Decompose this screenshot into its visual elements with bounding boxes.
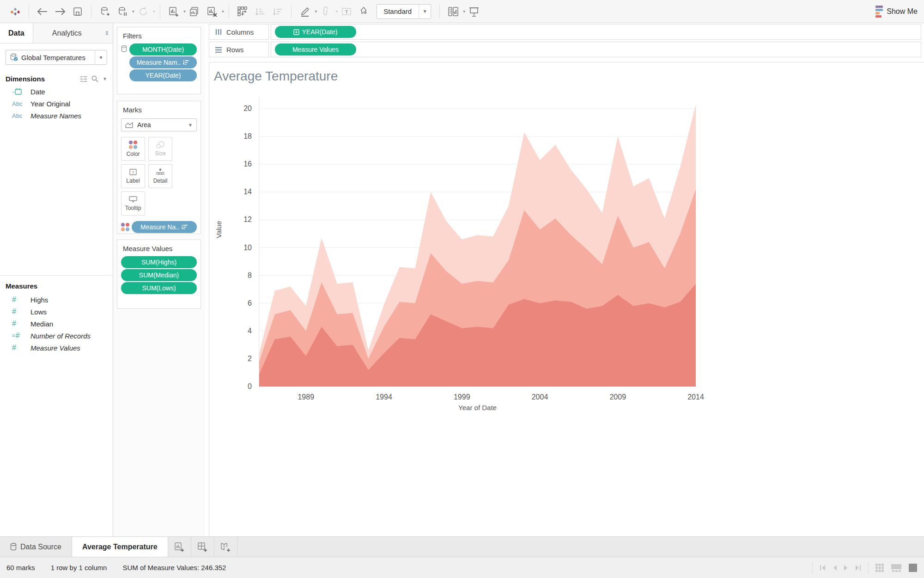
- dimensions-title: Dimensions: [6, 75, 45, 83]
- area-mark-icon: [125, 122, 134, 128]
- new-worksheet-icon[interactable]: [166, 3, 182, 20]
- detail-button[interactable]: Detail: [148, 164, 172, 188]
- filter-pill-month-date[interactable]: MONTH(Date): [129, 43, 197, 55]
- mark-type-dropdown[interactable]: Area ▼: [121, 118, 197, 131]
- fix-axes-icon[interactable]: [356, 3, 372, 20]
- worksheet-view: Average Temperature 02468101214161820198…: [209, 62, 924, 536]
- data-source-name: Global Temperatures: [21, 54, 85, 61]
- new-worksheet-caret-icon[interactable]: ▾: [183, 9, 186, 14]
- undo-icon[interactable]: [35, 3, 50, 20]
- measure-field-measure-values[interactable]: # Measure Values: [0, 342, 113, 354]
- full-view-icon[interactable]: [908, 563, 918, 572]
- dimension-field-year-original[interactable]: Abc Year Original: [0, 98, 113, 110]
- filmstrip-icon[interactable]: [891, 563, 902, 572]
- mark-type-caret-icon[interactable]: ▼: [188, 123, 193, 128]
- columns-pill-year-date[interactable]: YEAR(Date): [275, 26, 356, 38]
- field-label: Measure Values: [30, 344, 80, 352]
- toolbar-separator: [29, 5, 29, 18]
- area-chart[interactable]: 0246810121416182019891994199920042009201…: [209, 62, 924, 537]
- y-tick-label: 14: [243, 188, 252, 196]
- clear-sheet-icon[interactable]: [204, 3, 220, 20]
- dimension-field-date[interactable]: = Date: [0, 86, 113, 98]
- measure-field-median[interactable]: # Median: [0, 318, 113, 330]
- tab-analytics[interactable]: Analytics: [33, 23, 101, 43]
- field-label: Highs: [30, 296, 48, 304]
- expand-field-icon[interactable]: [293, 29, 299, 35]
- show-hide-cards-icon[interactable]: [445, 3, 461, 20]
- dimensions-menu-caret-icon[interactable]: ▼: [103, 76, 107, 81]
- new-story-tab-icon[interactable]: [214, 537, 237, 557]
- view-options-icon[interactable]: [80, 76, 87, 82]
- show-mark-labels-icon[interactable]: T: [339, 3, 354, 20]
- measure-values-pill-sum-lows[interactable]: SUM(Lows): [121, 282, 197, 294]
- x-tick-label: 2009: [609, 393, 626, 401]
- presentation-mode-icon[interactable]: [466, 3, 482, 20]
- columns-shelf-label: Columns: [209, 24, 269, 40]
- fit-dropdown[interactable]: Standard ▼: [377, 4, 431, 19]
- data-pane: Data Analytics ⇕ Global Temperatures ▼ D…: [0, 23, 113, 536]
- save-icon[interactable]: [70, 3, 85, 20]
- label-icon: T: [129, 168, 137, 176]
- fit-dropdown-caret-icon[interactable]: ▼: [419, 5, 431, 18]
- abc-field-icon: Abc: [12, 100, 26, 107]
- size-button[interactable]: Size: [148, 137, 172, 161]
- tab-average-temperature[interactable]: Average Temperature: [72, 537, 168, 557]
- color-button[interactable]: Color: [121, 137, 145, 161]
- highlight-caret-icon[interactable]: ▾: [315, 9, 317, 14]
- marks-title: Marks: [117, 101, 201, 117]
- sort-ascending-icon: [252, 3, 268, 20]
- tab-data-source[interactable]: Data Source: [0, 537, 72, 557]
- pane-collapse-icon[interactable]: ⇕: [101, 23, 113, 43]
- measure-field-lows[interactable]: # Lows: [0, 306, 113, 318]
- measure-field-highs[interactable]: # Highs: [0, 294, 113, 306]
- dimensions-header: Dimensions ▼: [6, 75, 107, 83]
- swap-rows-columns-icon[interactable]: [235, 3, 250, 20]
- show-hide-cards-caret-icon[interactable]: ▾: [463, 9, 465, 14]
- svg-text:T: T: [345, 9, 348, 14]
- redo-icon[interactable]: [52, 3, 68, 20]
- pause-updates-caret-icon[interactable]: ▾: [132, 9, 134, 14]
- tab-data[interactable]: Data: [0, 23, 33, 43]
- rows-pill-measure-values[interactable]: Measure Values: [275, 43, 356, 55]
- view-mode-controls: [875, 563, 918, 572]
- field-label: Year Original: [30, 100, 70, 108]
- field-label: Measure Names: [30, 112, 81, 120]
- measure-values-card: Measure Values SUM(Highs) SUM(Median) SU…: [117, 240, 201, 309]
- columns-shelf[interactable]: YEAR(Date): [271, 24, 921, 40]
- toolbar-separator: [439, 5, 440, 18]
- clear-sheet-caret-icon[interactable]: ▾: [222, 9, 224, 14]
- new-data-source-icon[interactable]: [97, 3, 113, 20]
- measure-values-pill-sum-highs[interactable]: SUM(Highs): [121, 256, 197, 268]
- data-source-caret-icon[interactable]: ▼: [95, 50, 107, 64]
- abc-field-icon: Abc: [12, 112, 26, 119]
- sorted-indicator-icon: [182, 224, 188, 230]
- measure-values-pill-sum-median[interactable]: SUM(Median): [121, 269, 197, 281]
- toolbar-separator: [291, 5, 292, 18]
- filter-pill-year-date[interactable]: YEAR(Date): [129, 69, 197, 81]
- find-field-icon[interactable]: [91, 75, 98, 82]
- filter-pill-measure-names[interactable]: Measure Nam..: [129, 56, 197, 68]
- tooltip-button[interactable]: Tooltip: [121, 191, 145, 215]
- marks-pill-measure-names[interactable]: Measure Na..: [132, 221, 197, 233]
- show-me-button[interactable]: Show Me: [875, 6, 918, 18]
- y-tick-label: 2: [248, 355, 252, 363]
- pause-auto-updates-icon[interactable]: [115, 3, 130, 20]
- new-worksheet-tab-icon[interactable]: [168, 537, 191, 557]
- y-tick-label: 18: [243, 132, 252, 140]
- data-source-selector[interactable]: Global Temperatures ▼: [6, 50, 107, 65]
- rows-icon: [215, 46, 222, 53]
- new-dashboard-tab-icon[interactable]: [191, 537, 214, 557]
- duplicate-sheet-icon[interactable]: [187, 3, 202, 20]
- sheet-sorter-icon[interactable]: [875, 563, 884, 572]
- rows-shelf[interactable]: Measure Values: [271, 42, 921, 57]
- sorted-indicator-icon: [183, 60, 189, 65]
- data-source-filter-icon: [121, 45, 127, 54]
- measure-field-number-of-records[interactable]: =# Number of Records: [0, 330, 113, 342]
- highlight-icon[interactable]: [297, 3, 313, 20]
- tableau-logo-icon[interactable]: [7, 3, 23, 20]
- y-axis-title: Value: [215, 221, 223, 238]
- previous-sheet-icon: [832, 565, 838, 571]
- label-button[interactable]: T Label: [121, 164, 145, 188]
- group-members-icon: [318, 3, 334, 20]
- dimension-field-measure-names[interactable]: Abc Measure Names: [0, 110, 113, 122]
